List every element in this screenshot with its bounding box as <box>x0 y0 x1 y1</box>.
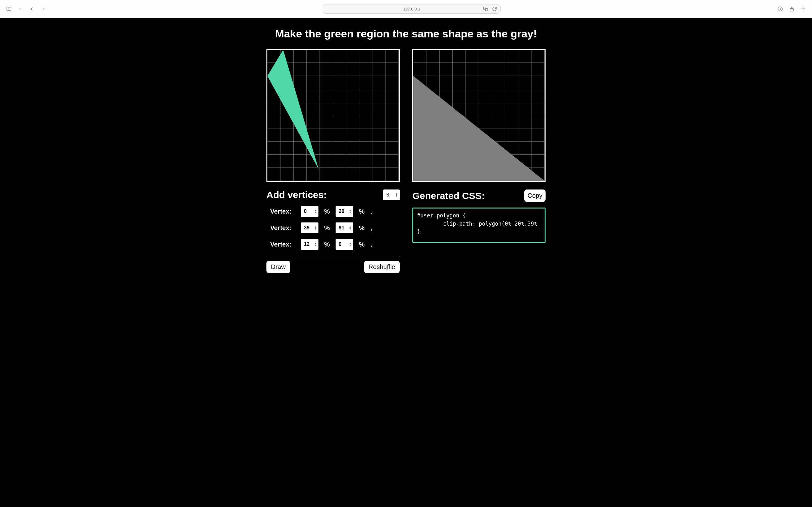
address-url: 127.0.0.1 <box>403 7 420 11</box>
page-body: Make the green region the same shape as … <box>0 18 812 507</box>
vertex-y-input[interactable]: 20 ▲▼ <box>336 206 353 217</box>
stepper-arrows-icon[interactable]: ▲▼ <box>349 209 351 214</box>
vertex-y-input[interactable]: 91 ▲▼ <box>336 222 353 233</box>
generated-css-output[interactable]: #user-polygon { clip-path: polygon(0% 20… <box>412 208 546 243</box>
vertex-x-input[interactable]: 0 ▲▼ <box>301 206 318 217</box>
left-column: Add vertices: 3 ▲▼ Vertex: 0 ▲▼ % 20 <box>266 49 400 273</box>
divider <box>266 256 400 257</box>
share-icon[interactable] <box>789 6 795 12</box>
target-board <box>412 49 546 182</box>
reshuffle-button[interactable]: Reshuffle <box>364 261 400 273</box>
vertex-y-input[interactable]: 0 ▲▼ <box>336 239 353 250</box>
chevron-down-icon[interactable] <box>17 6 23 12</box>
stepper-arrows-icon[interactable]: ▲▼ <box>349 242 351 246</box>
user-board[interactable] <box>266 49 400 182</box>
vertex-x-input[interactable]: 39 ▲▼ <box>301 222 318 233</box>
add-vertices-heading: Add vertices: <box>266 189 327 200</box>
percent-label: % <box>324 208 330 215</box>
nav-forward-icon <box>40 6 46 12</box>
user-polygon <box>267 50 399 181</box>
address-bar[interactable]: 127.0.0.1 <box>323 4 501 14</box>
comma-label: , <box>370 208 372 215</box>
percent-label: % <box>324 224 330 232</box>
vertex-label: Vertex: <box>270 224 295 232</box>
stepper-arrows-icon[interactable]: ▲▼ <box>314 209 316 214</box>
browser-toolbar: 127.0.0.1 <box>0 0 812 18</box>
comma-label: , <box>370 241 372 248</box>
vertex-row: Vertex: 12 ▲▼ % 0 ▲▼ % , <box>270 239 400 250</box>
vertex-x-input[interactable]: 12 ▲▼ <box>301 239 318 250</box>
stepper-arrows-icon[interactable]: ▲▼ <box>395 193 398 197</box>
percent-label: % <box>324 241 330 248</box>
stepper-arrows-icon[interactable]: ▲▼ <box>349 226 351 230</box>
vertex-count-value: 3 <box>386 192 389 198</box>
target-polygon <box>413 50 545 181</box>
generated-css-heading: Generated CSS: <box>412 190 485 201</box>
reload-icon[interactable] <box>491 6 498 12</box>
new-tab-icon[interactable] <box>800 6 806 12</box>
nav-back-icon[interactable] <box>29 6 35 12</box>
copy-button[interactable]: Copy <box>524 189 546 202</box>
percent-label: % <box>359 208 365 215</box>
page-title: Make the green region the same shape as … <box>275 27 537 40</box>
vertex-count-stepper[interactable]: 3 ▲▼ <box>383 189 400 200</box>
sidebar-toggle-icon[interactable] <box>6 6 12 12</box>
stepper-arrows-icon[interactable]: ▲▼ <box>314 242 316 246</box>
percent-label: % <box>359 224 365 232</box>
vertices-list: Vertex: 0 ▲▼ % 20 ▲▼ % , Vertex: <box>266 206 400 250</box>
translate-icon[interactable] <box>483 6 489 12</box>
vertex-row: Vertex: 0 ▲▼ % 20 ▲▼ % , <box>270 206 400 217</box>
draw-button[interactable]: Draw <box>266 261 290 273</box>
percent-label: % <box>359 241 365 248</box>
stepper-arrows-icon[interactable]: ▲▼ <box>314 226 316 230</box>
svg-rect-0 <box>7 7 11 11</box>
right-column: Generated CSS: Copy #user-polygon { clip… <box>412 49 546 243</box>
downloads-icon[interactable] <box>777 6 783 12</box>
vertex-label: Vertex: <box>270 208 295 215</box>
vertex-row: Vertex: 39 ▲▼ % 91 ▲▼ % , <box>270 222 400 233</box>
vertex-label: Vertex: <box>270 241 295 248</box>
comma-label: , <box>370 224 372 232</box>
